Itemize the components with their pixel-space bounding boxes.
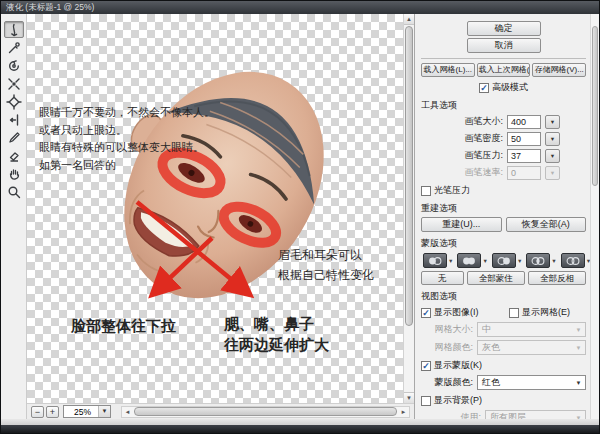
reconstruct-icon	[6, 40, 22, 56]
mesh-color-select: 灰色 ▼	[477, 340, 586, 355]
tool-pucker[interactable]	[4, 75, 24, 92]
window-title: 液化 (未标题-1 @ 25%)	[6, 2, 94, 12]
advanced-mode-label: 高级模式	[492, 81, 528, 94]
brush-pressure-input[interactable]: 37	[507, 149, 541, 163]
twirl-clockwise-icon	[6, 58, 22, 74]
liquify-canvas[interactable]: 眼睛千万不要动，不然会不像本人。 或者只动上眼边。 眼睛有特殊的可以整体变大眼睛…	[27, 14, 403, 403]
invert-mask-icon	[565, 256, 581, 266]
brush-density-input[interactable]: 50	[507, 132, 541, 146]
chevron-down-icon[interactable]: ▼	[482, 258, 487, 264]
view-options-title: 视图选项	[421, 290, 586, 303]
brush-pressure-dropdown-icon[interactable]: ▼	[545, 149, 560, 163]
mask-options-title: 蒙版选项	[421, 237, 586, 250]
show-mesh-checkbox[interactable]	[509, 308, 519, 318]
panel-scrollbar[interactable]	[590, 14, 599, 419]
zoom-icon	[6, 184, 22, 200]
reconstruct-button[interactable]: 重建(U)...	[421, 217, 502, 232]
liquify-dialog: 液化 (未标题-1 @ 25%)	[0, 0, 600, 434]
zoom-in-button[interactable]: +	[46, 406, 59, 418]
face-artwork	[27, 14, 403, 403]
ok-button[interactable]: 确定	[467, 21, 541, 36]
mask-none-button[interactable]: 无	[421, 271, 464, 285]
load-mesh-button[interactable]: 载入网格(L)...	[421, 63, 475, 77]
chevron-down-icon[interactable]: ▼	[98, 406, 110, 417]
canvas-statusbar: − + 25% ▼ ◄ ►	[27, 403, 414, 419]
mesh-size-select: 中 ▼	[477, 322, 586, 337]
add-to-mask-button[interactable]	[457, 253, 481, 268]
intersect-with-mask-button[interactable]	[526, 253, 550, 268]
scroll-left-icon[interactable]: ◄	[122, 407, 133, 417]
restore-all-button[interactable]: 恢复全部(A)	[506, 217, 587, 232]
scroll-up-icon[interactable]: ▲	[404, 14, 414, 25]
canvas-vertical-scrollbar[interactable]: ▲ ▼	[403, 14, 414, 403]
invert-all-button[interactable]: 全部反相	[528, 271, 586, 285]
scroll-right-icon[interactable]: ►	[398, 407, 409, 417]
brush-pressure-row: 画笔压力: 37 ▼	[421, 148, 586, 163]
mesh-color-label: 网格颜色:	[421, 341, 473, 354]
hand-icon	[6, 166, 22, 182]
load-last-mesh-button[interactable]: 载入上次网格(S)	[477, 63, 531, 77]
pucker-icon	[6, 76, 22, 92]
show-backdrop-checkbox[interactable]	[421, 396, 431, 406]
advanced-mode-checkbox[interactable]	[479, 83, 489, 93]
thaw-mask-icon	[6, 148, 22, 164]
advanced-mode-checkbox-row: 高级模式	[421, 81, 586, 94]
intersect-mask-icon	[530, 256, 546, 266]
zoom-out-button[interactable]: −	[31, 406, 44, 418]
chevron-down-icon[interactable]: ▼	[448, 258, 453, 264]
chevron-down-icon[interactable]: ▼	[517, 258, 522, 264]
tool-bloat[interactable]	[4, 93, 24, 110]
show-backdrop-row: 显示背景(P)	[421, 394, 586, 407]
stylus-pressure-label: 光笔压力	[434, 184, 470, 197]
use-layer-select: 所有图层 ▼	[485, 410, 586, 419]
canvas-horizontal-scrollbar[interactable]: ◄ ►	[121, 406, 410, 418]
subtract-from-mask-button[interactable]	[492, 253, 516, 268]
chevron-down-icon[interactable]: ▼	[572, 380, 585, 386]
annotation-brows-ears-note: 眉毛和耳朵可以 根据自己特性变化	[278, 245, 374, 285]
brush-rate-dropdown-icon: ▼	[545, 166, 560, 180]
brush-density-dropdown-icon[interactable]: ▼	[545, 132, 560, 146]
chevron-down-icon: ▼	[572, 327, 585, 333]
save-mesh-button[interactable]: 存储网格(V)...	[532, 63, 586, 77]
dialog-body: 眼睛千万不要动，不然会不像本人。 或者只动上眼边。 眼睛有特殊的可以整体变大眼睛…	[1, 14, 599, 419]
show-mesh-row: 显示网格(E)	[509, 306, 570, 319]
reconstruct-options-title: 重建选项	[421, 202, 586, 215]
vertical-scroll-thumb[interactable]	[405, 26, 413, 326]
brush-size-input[interactable]: 400	[507, 115, 541, 129]
panel-scroll-thumb[interactable]	[592, 26, 598, 186]
mask-color-row: 蒙版颜色: 红色 ▼	[421, 375, 586, 390]
bloat-icon	[6, 94, 22, 110]
annotation-pull-down-note: 脸部整体往下拉	[71, 317, 176, 336]
mask-color-select[interactable]: 红色 ▼	[477, 375, 586, 390]
tool-thaw-mask[interactable]	[4, 147, 24, 164]
tool-twirl-clockwise[interactable]	[4, 57, 24, 74]
brush-rate-row: 画笔速率: 0 ▼	[421, 165, 586, 180]
show-mask-checkbox[interactable]	[421, 361, 431, 371]
tool-zoom[interactable]	[4, 183, 24, 200]
invert-mask-button[interactable]	[561, 253, 585, 268]
zoom-level-select[interactable]: 25% ▼	[63, 405, 111, 418]
tool-freeze-mask[interactable]	[4, 129, 24, 146]
tool-hand[interactable]	[4, 165, 24, 182]
mask-all-button[interactable]: 全部蒙住	[467, 271, 525, 285]
replace-selection-mask-button[interactable]	[423, 253, 447, 268]
chevron-down-icon[interactable]: ▼	[551, 258, 556, 264]
window-titlebar[interactable]: 液化 (未标题-1 @ 25%)	[1, 1, 599, 14]
cancel-button[interactable]: 取消	[467, 38, 541, 53]
freeze-mask-icon	[6, 130, 22, 146]
chevron-down-icon: ▼	[572, 415, 585, 420]
tool-forward-warp[interactable]	[4, 21, 24, 38]
tool-push-left[interactable]	[4, 111, 24, 128]
brush-pressure-label: 画笔压力:	[447, 149, 503, 162]
horizontal-scroll-thumb[interactable]	[134, 407, 397, 416]
use-layer-row: 使用: 所有图层 ▼	[421, 410, 586, 419]
mesh-size-row: 网格大小: 中 ▼	[421, 322, 586, 337]
scroll-down-icon[interactable]: ▼	[404, 392, 414, 403]
subtract-mask-icon	[496, 256, 512, 266]
show-image-row: 显示图像(I)	[421, 306, 509, 319]
brush-size-dropdown-icon[interactable]: ▼	[545, 115, 560, 129]
chevron-down-icon: ▼	[572, 345, 585, 351]
tool-reconstruct[interactable]	[4, 39, 24, 56]
stylus-pressure-checkbox[interactable]	[421, 186, 431, 196]
show-image-checkbox[interactable]	[421, 308, 431, 318]
